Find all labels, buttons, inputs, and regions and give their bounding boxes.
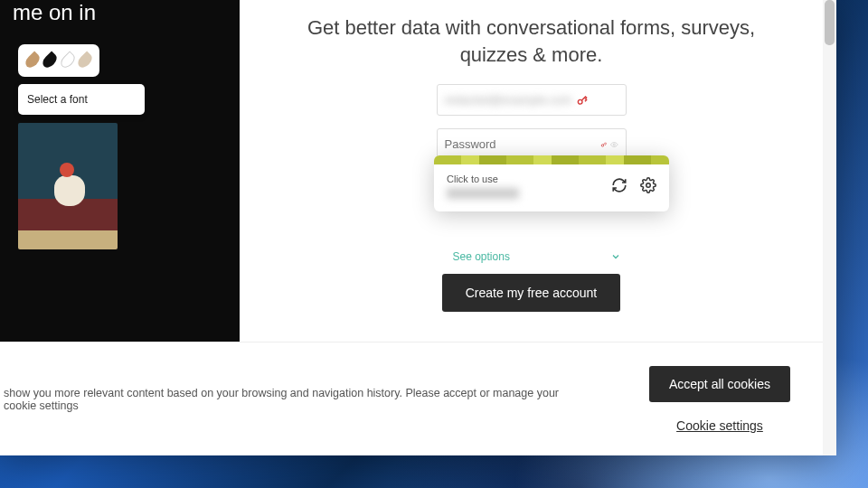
see-options-label: See options (453, 250, 510, 263)
svg-point-3 (646, 183, 651, 188)
email-value-blurred: redacted@example.com (445, 93, 572, 107)
swatch-2[interactable] (41, 51, 60, 70)
browser-content-window: me on in Select a font Get better data w… (0, 0, 836, 455)
swatch-3[interactable] (58, 51, 77, 70)
gear-icon[interactable] (640, 177, 656, 193)
create-account-button[interactable]: Create my free account (442, 274, 621, 312)
password-manager-popup[interactable]: Click to use (434, 155, 669, 211)
cookie-settings-link[interactable]: Cookie settings (676, 418, 763, 433)
vase-graphic (54, 175, 85, 206)
swatch-1[interactable] (23, 51, 42, 70)
cookie-consent-bar: show you more relevant content based on … (0, 342, 823, 455)
password-manager-suggestion-blurred[interactable] (447, 188, 519, 199)
swatch-4[interactable] (76, 51, 95, 70)
scrollbar-thumb[interactable] (825, 0, 835, 45)
eye-icon[interactable] (610, 137, 618, 152)
marketing-headline: me on in (0, 0, 240, 26)
marketing-sidebar: me on in Select a font (0, 0, 240, 342)
svg-point-1 (601, 145, 603, 146)
email-field-wrapper[interactable]: redacted@example.com (437, 84, 627, 116)
key-icon[interactable] (600, 138, 607, 151)
svg-point-2 (613, 144, 615, 145)
cookie-message: show you more relevant content based on … (0, 387, 579, 412)
password-manager-hint: Click to use (447, 174, 602, 184)
refresh-icon[interactable] (611, 177, 627, 193)
signup-headline: Get better data with conversational form… (307, 14, 755, 68)
flower-graphic (60, 163, 74, 177)
font-select[interactable]: Select a font (18, 84, 145, 115)
see-options-toggle[interactable]: See options (437, 250, 627, 263)
password-input[interactable] (445, 137, 597, 151)
key-icon[interactable] (576, 94, 589, 107)
accept-cookies-button[interactable]: Accept all cookies (649, 366, 790, 402)
color-swatch-row[interactable] (18, 44, 99, 77)
template-preview-image (18, 123, 118, 249)
vertical-scrollbar[interactable] (823, 0, 836, 455)
password-manager-accent-bar (434, 155, 669, 164)
svg-point-0 (578, 99, 582, 104)
chevron-down-icon (610, 251, 621, 262)
font-select-label: Select a font (27, 93, 88, 106)
